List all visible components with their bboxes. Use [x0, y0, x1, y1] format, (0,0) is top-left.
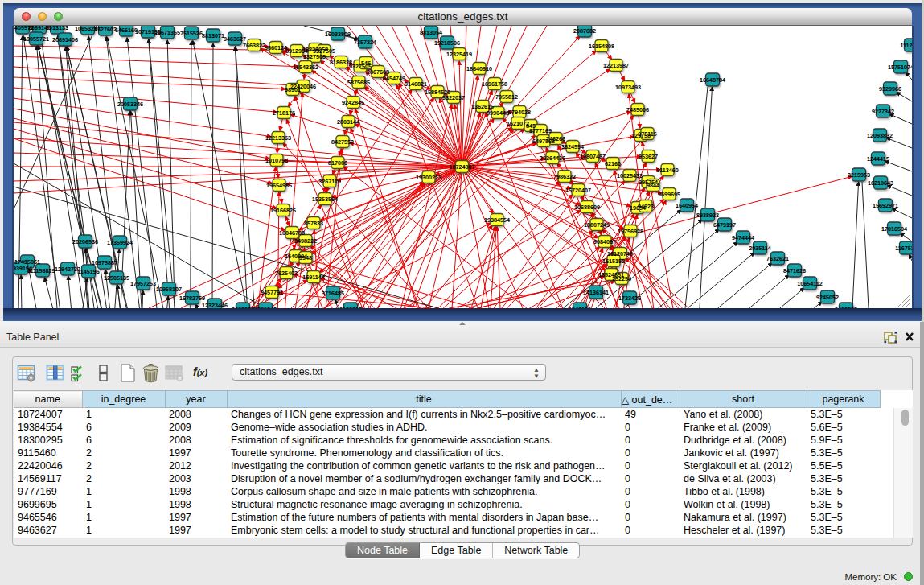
svg-text:16782759: 16782759: [179, 295, 205, 302]
svg-text:18724007: 18724007: [450, 163, 475, 171]
svg-text:9913133: 9913133: [46, 26, 68, 31]
svg-text:8427552: 8427552: [331, 138, 354, 146]
svg-text:17359924: 17359924: [107, 239, 133, 246]
svg-text:9227342: 9227342: [872, 108, 894, 115]
svg-text:7955812: 7955812: [495, 93, 518, 101]
svg-text:19055721: 19055721: [23, 35, 49, 43]
svg-text:1733426: 1733426: [618, 295, 641, 302]
svg-text:19654985: 19654985: [266, 182, 292, 189]
svg-text:19218506: 19218506: [434, 39, 460, 47]
svg-text:12942737: 12942737: [55, 266, 80, 273]
svg-text:20364436: 20364436: [540, 154, 565, 162]
svg-text:817006: 817006: [328, 159, 347, 167]
svg-text:12093832: 12093832: [867, 132, 893, 139]
svg-text:7625402: 7625402: [275, 270, 298, 277]
svg-text:94923: 94923: [638, 203, 654, 210]
svg-text:7663822: 7663822: [243, 42, 265, 49]
svg-text:10975887: 10975887: [92, 259, 117, 266]
svg-text:10654112: 10654112: [797, 280, 823, 287]
svg-text:16671355: 16671355: [154, 29, 180, 36]
svg-text:5875685: 5875685: [347, 79, 370, 86]
svg-text:1112304: 1112304: [900, 42, 912, 49]
svg-text:9660124: 9660124: [265, 44, 287, 51]
svg-text:8813071: 8813071: [202, 32, 224, 39]
svg-text:2935114: 2935114: [749, 245, 771, 252]
svg-text:6479197: 6479197: [713, 221, 736, 229]
svg-text:3624554: 3624554: [561, 143, 584, 150]
svg-text:18640910: 18640910: [466, 65, 492, 72]
svg-text:16543362: 16543362: [293, 64, 318, 71]
svg-text:746266: 746266: [546, 135, 565, 142]
svg-text:1691144: 1691144: [302, 274, 325, 281]
svg-text:9457791: 9457791: [261, 289, 283, 296]
svg-text:7357224: 7357224: [354, 39, 376, 46]
svg-text:1167533: 1167533: [895, 245, 912, 252]
svg-text:8938923: 8938923: [696, 212, 719, 219]
svg-text:7632621: 7632621: [766, 255, 789, 262]
svg-text:1640954: 1640954: [676, 202, 698, 209]
svg-text:16210643: 16210643: [868, 179, 893, 187]
svg-text:20691406: 20691406: [52, 36, 78, 43]
svg-text:1145196: 1145196: [77, 268, 100, 275]
svg-text:3498222: 3498222: [294, 237, 317, 245]
svg-text:2803144: 2803144: [337, 118, 359, 126]
svg-text:16648784: 16648784: [700, 76, 725, 84]
svg-text:15751074: 15751074: [888, 64, 912, 71]
svg-text:12505135: 12505135: [104, 274, 129, 282]
svg-text:1244415: 1244415: [867, 155, 889, 163]
svg-text:19300213: 19300213: [416, 174, 441, 181]
svg-text:15720407: 15720407: [565, 187, 591, 194]
svg-text:9242845: 9242845: [342, 99, 364, 106]
svg-text:7515526: 7515526: [180, 30, 203, 37]
svg-text:8813054: 8813054: [420, 29, 442, 36]
svg-text:16033809: 16033809: [325, 31, 351, 38]
svg-text:9474444: 9474444: [732, 234, 754, 241]
svg-text:16961758: 16961758: [482, 80, 507, 88]
svg-text:15353594: 15353594: [312, 196, 338, 203]
svg-text:857833: 857833: [304, 220, 323, 227]
svg-text:546: 546: [361, 60, 371, 67]
svg-text:953627: 953627: [639, 153, 658, 160]
svg-text:9777169: 9777169: [529, 127, 552, 134]
svg-text:10973493: 10973493: [615, 84, 641, 91]
svg-text:17016504: 17016504: [881, 225, 907, 233]
svg-text:6794028: 6794028: [508, 109, 531, 116]
svg-text:15692971: 15692971: [873, 202, 898, 209]
svg-text:19384554: 19384554: [484, 216, 510, 224]
svg-text:20206536: 20206536: [72, 238, 98, 245]
svg-text:1615152: 1615152: [602, 257, 625, 265]
svg-text:9844: 9844: [647, 182, 659, 189]
svg-text:9146821: 9146821: [405, 80, 427, 88]
svg-text:1010755: 1010755: [265, 157, 288, 164]
svg-text:9699695: 9699695: [658, 191, 680, 198]
svg-text:1527602: 1527602: [94, 26, 117, 33]
svg-text:10958107: 10958107: [156, 286, 182, 293]
svg-text:12323446: 12323446: [202, 302, 228, 309]
svg-text:9084067: 9084067: [593, 238, 616, 245]
svg-text:10046788: 10046788: [279, 229, 305, 237]
svg-text:12325419: 12325419: [446, 51, 472, 58]
svg-text:12213363: 12213363: [265, 134, 291, 142]
svg-text:9245052: 9245052: [816, 294, 839, 301]
svg-text:14136141: 14136141: [583, 289, 609, 296]
svg-text:98901: 98901: [285, 86, 301, 93]
svg-text:9329966: 9329966: [879, 85, 901, 93]
svg-text:20053346: 20053346: [117, 101, 143, 108]
svg-text:16120746: 16120746: [607, 250, 633, 257]
svg-text:17957253: 17957253: [130, 280, 156, 287]
svg-text:975115: 975115: [638, 130, 657, 138]
svg-text:3215953: 3215953: [848, 171, 870, 179]
svg-text:9327505: 9327505: [303, 53, 326, 60]
svg-text:9948: 9948: [299, 254, 312, 262]
svg-text:12213987: 12213987: [603, 62, 629, 69]
svg-text:3267110: 3267110: [318, 178, 341, 185]
svg-text:7485006: 7485006: [626, 106, 649, 113]
svg-text:2087682: 2087682: [573, 27, 596, 35]
svg-text:6466160: 6466160: [115, 27, 138, 34]
svg-text:11156829: 11156829: [30, 267, 55, 274]
svg-text:16154808: 16154808: [589, 43, 614, 50]
svg-text:2718176: 2718176: [273, 109, 295, 117]
svg-text:8471626: 8471626: [783, 267, 806, 274]
svg-text:19756928: 19756928: [618, 228, 643, 235]
svg-text:8990448: 8990448: [487, 109, 509, 117]
